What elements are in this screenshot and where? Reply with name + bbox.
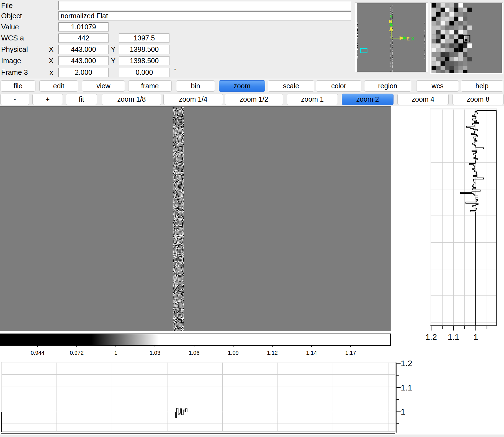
svg-text:1.14: 1.14 [306, 350, 317, 356]
svg-text:1.1: 1.1 [401, 383, 412, 392]
svg-text:0.972: 0.972 [70, 350, 84, 356]
svg-text:E: E [407, 36, 410, 42]
svg-text:1.2: 1.2 [401, 359, 412, 368]
svg-text:N: N [389, 19, 392, 24]
svg-text:1: 1 [474, 332, 478, 341]
svg-text:1: 1 [401, 407, 405, 416]
svg-text:1.06: 1.06 [189, 350, 199, 356]
svg-text:0.944: 0.944 [31, 350, 45, 356]
svg-text:1: 1 [114, 350, 117, 356]
svg-text:Y: Y [390, 14, 393, 19]
svg-text:1.09: 1.09 [228, 350, 239, 356]
svg-text:1.17: 1.17 [345, 350, 356, 356]
svg-text:1.03: 1.03 [150, 350, 160, 356]
svg-text:X: X [411, 36, 415, 42]
svg-text:1.2: 1.2 [425, 332, 437, 341]
svg-text:1.12: 1.12 [267, 350, 278, 356]
svg-text:1.1: 1.1 [448, 332, 459, 341]
